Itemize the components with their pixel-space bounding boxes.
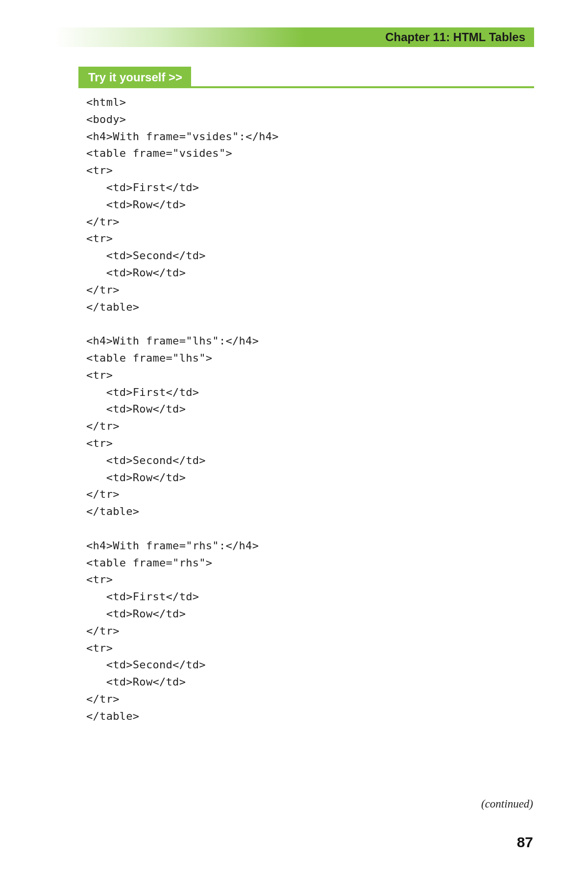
chapter-title: Chapter 11: HTML Tables [385,30,525,44]
try-it-yourself-label: Try it yourself >> [88,71,182,84]
continued-label: (continued) [481,798,533,810]
code-listing: <html> <body> <h4>With frame="vsides":</… [86,94,527,725]
chapter-header-bar: Chapter 11: HTML Tables [55,27,534,47]
page-number: 87 [517,834,533,851]
page: Chapter 11: HTML Tables Try it yourself … [0,0,588,882]
try-it-yourself-tab: Try it yourself >> [78,67,191,88]
heading-rule [191,67,534,88]
try-it-yourself-heading: Try it yourself >> [78,67,534,88]
